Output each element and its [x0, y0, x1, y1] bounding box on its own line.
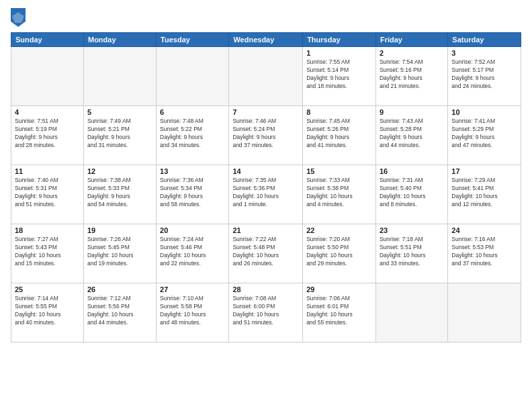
day-info: Sunrise: 7:46 AM Sunset: 5:24 PM Dayligh…: [232, 118, 299, 150]
day-number: 13: [160, 167, 225, 175]
week-row-1: 1Sunrise: 7:55 AM Sunset: 5:14 PM Daylig…: [11, 47, 521, 106]
calendar-cell: 10Sunrise: 7:41 AM Sunset: 5:29 PM Dayli…: [448, 106, 521, 165]
day-header-saturday: Saturday: [448, 33, 521, 47]
calendar-table: SundayMondayTuesdayWednesdayThursdayFrid…: [11, 32, 521, 342]
day-info: Sunrise: 7:08 AM Sunset: 6:00 PM Dayligh…: [232, 295, 299, 327]
day-header-thursday: Thursday: [303, 33, 376, 47]
day-number: 5: [87, 108, 152, 116]
day-number: 6: [160, 108, 225, 116]
calendar-cell: [83, 47, 156, 106]
calendar-cell: 7Sunrise: 7:46 AM Sunset: 5:24 PM Daylig…: [229, 106, 303, 165]
day-number: 21: [232, 226, 299, 234]
day-info: Sunrise: 7:06 AM Sunset: 6:01 PM Dayligh…: [306, 295, 372, 327]
day-number: 10: [451, 108, 517, 116]
day-number: 15: [306, 167, 372, 175]
calendar-cell: 17Sunrise: 7:29 AM Sunset: 5:41 PM Dayli…: [448, 165, 521, 224]
day-number: 3: [451, 49, 517, 57]
calendar-cell: 27Sunrise: 7:10 AM Sunset: 5:58 PM Dayli…: [157, 283, 229, 342]
day-info: Sunrise: 7:18 AM Sunset: 5:51 PM Dayligh…: [380, 236, 444, 268]
day-info: Sunrise: 7:48 AM Sunset: 5:22 PM Dayligh…: [160, 118, 225, 150]
calendar-cell: 15Sunrise: 7:33 AM Sunset: 5:38 PM Dayli…: [303, 165, 376, 224]
day-info: Sunrise: 7:35 AM Sunset: 5:36 PM Dayligh…: [232, 177, 299, 209]
day-header-wednesday: Wednesday: [229, 33, 303, 47]
day-info: Sunrise: 7:33 AM Sunset: 5:38 PM Dayligh…: [306, 177, 372, 209]
day-info: Sunrise: 7:16 AM Sunset: 5:53 PM Dayligh…: [451, 236, 517, 268]
week-row-5: 25Sunrise: 7:14 AM Sunset: 5:55 PM Dayli…: [11, 283, 521, 342]
day-number: 16: [380, 167, 444, 175]
day-number: 8: [306, 108, 372, 116]
logo-icon: [11, 8, 26, 27]
calendar-cell: 4Sunrise: 7:51 AM Sunset: 5:19 PM Daylig…: [11, 106, 84, 165]
day-info: Sunrise: 7:55 AM Sunset: 5:14 PM Dayligh…: [306, 58, 372, 91]
day-header-tuesday: Tuesday: [157, 33, 229, 47]
day-number: 19: [87, 226, 152, 234]
day-info: Sunrise: 7:14 AM Sunset: 5:55 PM Dayligh…: [15, 295, 80, 327]
calendar-cell: [157, 47, 229, 106]
calendar-cell: 20Sunrise: 7:24 AM Sunset: 5:46 PM Dayli…: [157, 224, 229, 283]
day-number: 1: [306, 49, 372, 57]
calendar-cell: 25Sunrise: 7:14 AM Sunset: 5:55 PM Dayli…: [11, 283, 84, 342]
day-number: 23: [380, 226, 444, 234]
day-info: Sunrise: 7:12 AM Sunset: 5:56 PM Dayligh…: [87, 295, 152, 327]
day-number: 25: [15, 285, 80, 293]
day-info: Sunrise: 7:29 AM Sunset: 5:41 PM Dayligh…: [451, 177, 517, 209]
day-info: Sunrise: 7:36 AM Sunset: 5:34 PM Dayligh…: [160, 177, 225, 209]
day-info: Sunrise: 7:52 AM Sunset: 5:17 PM Dayligh…: [451, 58, 517, 91]
day-number: 9: [380, 108, 444, 116]
day-number: 4: [15, 108, 80, 116]
day-number: 11: [15, 167, 80, 175]
calendar-cell: [375, 283, 447, 342]
day-info: Sunrise: 7:22 AM Sunset: 5:48 PM Dayligh…: [232, 236, 299, 268]
day-number: 18: [15, 226, 80, 234]
calendar-cell: [448, 283, 521, 342]
day-number: 26: [87, 285, 152, 293]
day-info: Sunrise: 7:54 AM Sunset: 5:16 PM Dayligh…: [380, 58, 444, 91]
day-number: 17: [451, 167, 517, 175]
calendar-cell: [229, 47, 303, 106]
day-info: Sunrise: 7:49 AM Sunset: 5:21 PM Dayligh…: [87, 118, 152, 150]
day-info: Sunrise: 7:20 AM Sunset: 5:50 PM Dayligh…: [306, 236, 372, 268]
day-number: 27: [160, 285, 225, 293]
week-row-4: 18Sunrise: 7:27 AM Sunset: 5:43 PM Dayli…: [11, 224, 521, 283]
calendar-cell: 16Sunrise: 7:31 AM Sunset: 5:40 PM Dayli…: [375, 165, 447, 224]
calendar-cell: 18Sunrise: 7:27 AM Sunset: 5:43 PM Dayli…: [11, 224, 84, 283]
day-info: Sunrise: 7:10 AM Sunset: 5:58 PM Dayligh…: [160, 295, 225, 327]
day-info: Sunrise: 7:31 AM Sunset: 5:40 PM Dayligh…: [380, 177, 444, 209]
calendar-cell: 14Sunrise: 7:35 AM Sunset: 5:36 PM Dayli…: [229, 165, 303, 224]
day-number: 24: [451, 226, 517, 234]
week-row-2: 4Sunrise: 7:51 AM Sunset: 5:19 PM Daylig…: [11, 106, 521, 165]
week-row-3: 11Sunrise: 7:40 AM Sunset: 5:31 PM Dayli…: [11, 165, 521, 224]
day-info: Sunrise: 7:38 AM Sunset: 5:33 PM Dayligh…: [87, 177, 152, 209]
calendar-cell: 26Sunrise: 7:12 AM Sunset: 5:56 PM Dayli…: [83, 283, 156, 342]
calendar-cell: 23Sunrise: 7:18 AM Sunset: 5:51 PM Dayli…: [375, 224, 447, 283]
calendar-cell: [11, 47, 84, 106]
calendar-cell: 29Sunrise: 7:06 AM Sunset: 6:01 PM Dayli…: [303, 283, 376, 342]
calendar-cell: 6Sunrise: 7:48 AM Sunset: 5:22 PM Daylig…: [157, 106, 229, 165]
calendar-cell: 19Sunrise: 7:26 AM Sunset: 5:45 PM Dayli…: [83, 224, 156, 283]
day-info: Sunrise: 7:27 AM Sunset: 5:43 PM Dayligh…: [15, 236, 80, 268]
calendar-cell: 21Sunrise: 7:22 AM Sunset: 5:48 PM Dayli…: [229, 224, 303, 283]
day-info: Sunrise: 7:26 AM Sunset: 5:45 PM Dayligh…: [87, 236, 152, 268]
calendar-cell: 8Sunrise: 7:45 AM Sunset: 5:26 PM Daylig…: [303, 106, 376, 165]
calendar-cell: 9Sunrise: 7:43 AM Sunset: 5:28 PM Daylig…: [375, 106, 447, 165]
day-info: Sunrise: 7:51 AM Sunset: 5:19 PM Dayligh…: [15, 118, 80, 150]
calendar-cell: 22Sunrise: 7:20 AM Sunset: 5:50 PM Dayli…: [303, 224, 376, 283]
day-number: 20: [160, 226, 225, 234]
day-header-monday: Monday: [83, 33, 156, 47]
calendar-cell: 2Sunrise: 7:54 AM Sunset: 5:16 PM Daylig…: [375, 47, 447, 106]
day-info: Sunrise: 7:24 AM Sunset: 5:46 PM Dayligh…: [160, 236, 225, 268]
header: [11, 8, 521, 27]
logo: [11, 8, 28, 27]
calendar-cell: 24Sunrise: 7:16 AM Sunset: 5:53 PM Dayli…: [448, 224, 521, 283]
day-number: 7: [232, 108, 299, 116]
day-header-friday: Friday: [375, 33, 447, 47]
calendar-cell: 5Sunrise: 7:49 AM Sunset: 5:21 PM Daylig…: [83, 106, 156, 165]
day-info: Sunrise: 7:41 AM Sunset: 5:29 PM Dayligh…: [451, 118, 517, 150]
day-info: Sunrise: 7:45 AM Sunset: 5:26 PM Dayligh…: [306, 118, 372, 150]
calendar-cell: 13Sunrise: 7:36 AM Sunset: 5:34 PM Dayli…: [157, 165, 229, 224]
day-header-sunday: Sunday: [11, 33, 84, 47]
page: SundayMondayTuesdayWednesdayThursdayFrid…: [0, 0, 532, 411]
day-number: 2: [380, 49, 444, 57]
calendar-cell: 3Sunrise: 7:52 AM Sunset: 5:17 PM Daylig…: [448, 47, 521, 106]
day-info: Sunrise: 7:43 AM Sunset: 5:28 PM Dayligh…: [380, 118, 444, 150]
